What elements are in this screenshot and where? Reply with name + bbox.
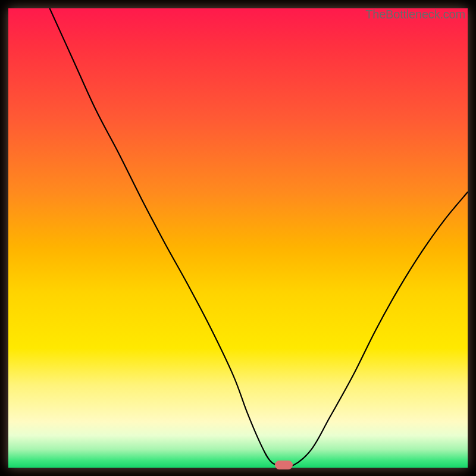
chart-container: TheBottleneck.com <box>0 0 476 476</box>
bottleneck-curve <box>8 8 468 468</box>
plot-area: TheBottleneck.com <box>8 8 468 468</box>
min-marker <box>275 461 293 469</box>
watermark-label: TheBottleneck.com <box>365 8 465 21</box>
